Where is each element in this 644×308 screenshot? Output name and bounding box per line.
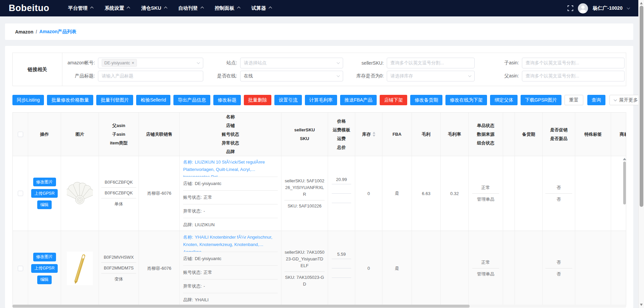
sort-asc-icon xyxy=(373,132,375,134)
menu-auto-publish[interactable]: 自动刊登 xyxy=(178,5,203,11)
header-lead-time: 备货期 xyxy=(515,113,543,156)
batch-delete-button[interactable]: 批量删除 xyxy=(244,95,271,105)
chevron-up-icon xyxy=(164,7,167,10)
online-select[interactable]: 在线 xyxy=(240,71,343,81)
account-status-value: 账号状态:正常 xyxy=(183,265,278,279)
avatar[interactable] xyxy=(578,3,588,13)
reset-button[interactable]: 重置 xyxy=(565,95,583,105)
download-gpsr-button[interactable]: 下载GPSR图片 xyxy=(521,95,561,105)
site-select[interactable]: 请选择站点 xyxy=(240,58,343,68)
user-name[interactable]: 杨仁广-10020 xyxy=(593,5,623,11)
menu-calculator[interactable]: 试算器 xyxy=(252,5,271,11)
product-image-gold-knot-tool[interactable] xyxy=(67,252,93,285)
header-store-relation: 店铺关联销售 xyxy=(139,113,180,156)
table-vertical-scrollbar[interactable] xyxy=(623,157,626,305)
chevron-up-icon xyxy=(201,7,204,10)
sync-listing-button[interactable]: 同步Listing xyxy=(12,95,44,105)
chevron-down-icon xyxy=(627,6,630,9)
margin-value: 0.32 xyxy=(441,156,469,231)
sku-value: SKU: 7AK105023-GD xyxy=(284,271,325,290)
data-source-value: 管理单品 xyxy=(472,193,499,205)
table-vertical-scrollbar-thumb[interactable] xyxy=(623,162,626,204)
app-logo[interactable]: Bobeituo xyxy=(9,3,49,13)
batch-publish-images-button[interactable]: 批量刊登图片 xyxy=(96,95,133,105)
fullscreen-icon[interactable] xyxy=(568,5,573,11)
product-title-input[interactable] xyxy=(98,71,203,81)
is-new-value: 否 xyxy=(545,193,572,205)
scroll-up-icon[interactable] xyxy=(623,158,626,160)
product-title-label: 产品标题: xyxy=(62,73,98,79)
check-sellerid-button[interactable]: 检验SellerId xyxy=(136,95,170,105)
breadcrumb-separator: / xyxy=(36,29,37,35)
item-status-value: 正常 xyxy=(472,182,499,193)
store-relation-value: 肖柳容-6076 xyxy=(139,231,180,306)
stock-sort-control[interactable] xyxy=(373,132,375,137)
menu-control-panel[interactable]: 控制面板 xyxy=(215,5,239,11)
header-stock: 库存 xyxy=(355,113,382,156)
parent-asin-input[interactable] xyxy=(522,71,625,81)
row-checkbox[interactable] xyxy=(18,191,23,196)
menu-platform-management[interactable]: 平台管理 xyxy=(68,5,93,11)
upload-gpsr-button[interactable]: 上传GPSR xyxy=(31,189,57,198)
push-fba-button[interactable]: 推送FBA产品 xyxy=(340,95,377,105)
store-relation-value: 肖柳容-6076 xyxy=(139,156,180,231)
action-toolbar: 同步Listing 批量修改价格数量 批量刊登图片 检验SellerId 导出产… xyxy=(12,95,626,105)
header-sku: sellerSKUSKU xyxy=(281,113,328,156)
store-delist-button[interactable]: 店铺下架 xyxy=(380,95,407,105)
select-all-checkbox[interactable] xyxy=(18,132,23,137)
table-horizontal-scrollbar-thumb[interactable] xyxy=(12,305,470,308)
item-type-value: 单体 xyxy=(101,198,136,210)
table-horizontal-scrollbar[interactable] xyxy=(12,305,626,308)
is-new-value: 否 xyxy=(545,268,572,280)
edit-title-button[interactable]: 修改标题 xyxy=(213,95,241,105)
sellersku-value: sellerSKU: 7AK105023-GD_YisiyuanTDELF xyxy=(284,247,325,271)
chevron-up-icon xyxy=(90,7,94,10)
calc-margin-button[interactable]: 计算毛利率 xyxy=(305,95,337,105)
page-scrollbar-thumb[interactable] xyxy=(640,6,643,207)
sku-value: SKU: 5AF100226 xyxy=(284,200,325,212)
chevron-down-icon xyxy=(197,61,200,64)
amazon-account-select[interactable]: DE-yisiyuantc × xyxy=(98,58,203,68)
export-product-info-button[interactable]: 导出产品信息 xyxy=(173,95,210,105)
menu-clearance-sku[interactable]: 清仓SKU xyxy=(141,5,166,11)
edit-image-button[interactable]: 修改图片 xyxy=(33,253,56,261)
product-image-quilt-template-fan[interactable] xyxy=(67,177,93,210)
remove-tag-icon[interactable]: × xyxy=(131,61,134,65)
stock-zero-select[interactable]: 请选择库存 xyxy=(387,71,475,81)
account-tag: DE-yisiyuantc × xyxy=(102,59,137,67)
product-table: 操作 图片 父asin子asinitem类型 店铺关联销售 名称店铺账号状态异常… xyxy=(12,112,626,306)
breadcrumb-root[interactable]: Amazon xyxy=(15,29,33,35)
set-traffic-button[interactable]: 设置引流 xyxy=(274,95,302,105)
breadcrumb-current[interactable]: Amazon产品列表 xyxy=(39,29,76,35)
filter-panel: 链接相关 amazon帐号: DE-yisiyuantc × 站点: 请选择站点… xyxy=(12,53,626,86)
chevron-down-icon xyxy=(337,61,340,64)
is-promo-value: 否 xyxy=(545,182,572,193)
expand-more-button[interactable]: 展开更多 xyxy=(609,95,643,105)
product-name-link[interactable]: 名称:LIUZIKUN 10 StÃ¼ck/Set regulÃ¤re Plat… xyxy=(183,155,278,177)
edit-lead-time-button[interactable]: 修改备货期 xyxy=(410,95,442,105)
chevron-down-icon xyxy=(337,74,340,77)
child-asin-input[interactable] xyxy=(522,58,625,68)
edit-online-to-delist-button[interactable]: 修改在线为下架 xyxy=(445,95,487,105)
search-button[interactable]: 查询 xyxy=(587,95,605,105)
row-checkbox[interactable] xyxy=(18,266,23,271)
batch-edit-price-qty-button[interactable]: 批量修改价格数量 xyxy=(47,95,93,105)
sellersku-input[interactable] xyxy=(387,58,475,68)
header-promo: 是否促销是否新品 xyxy=(543,113,575,156)
header-trademark: 商标词 xyxy=(611,113,626,156)
shop-value: 店铺:DE-yisiyuantc xyxy=(183,252,278,265)
page-scrollbar[interactable] xyxy=(638,0,644,308)
lead-time-value xyxy=(515,231,543,306)
upload-gpsr-button[interactable]: 上传GPSR xyxy=(31,264,57,273)
edit-button[interactable]: 编辑 xyxy=(37,275,52,284)
bind-parent-button[interactable]: 绑定父体 xyxy=(490,95,518,105)
menu-system-settings[interactable]: 系统设置 xyxy=(105,5,129,11)
header-operation: 操作 xyxy=(28,113,61,156)
edit-button[interactable]: 编辑 xyxy=(37,200,52,209)
edit-image-button[interactable]: 修改图片 xyxy=(33,178,56,186)
scroll-down-icon[interactable] xyxy=(640,304,643,306)
is-promo-value: 否 xyxy=(545,257,572,268)
product-name-link[interactable]: 名称:YHAILI Knotenbinder fÃ¼r Angelschnur,… xyxy=(183,230,278,252)
scroll-up-icon[interactable] xyxy=(640,2,643,4)
child-asin-value: B0F6CZBFQK xyxy=(101,187,136,198)
